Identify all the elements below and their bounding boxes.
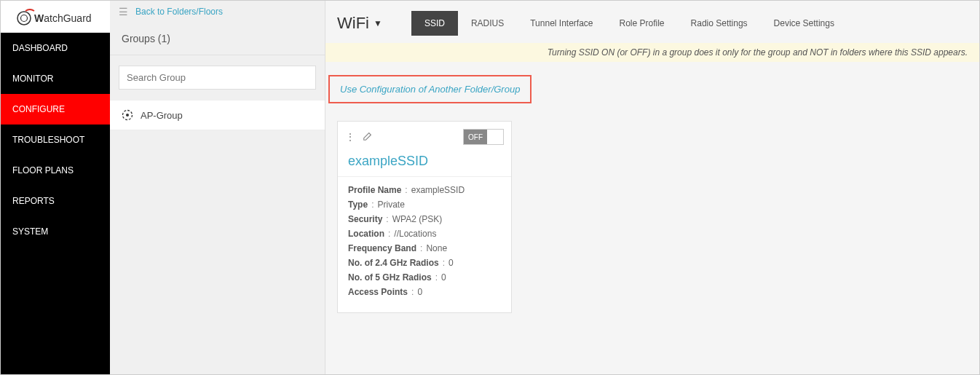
nav-troubleshoot[interactable]: TROUBLESHOOT: [1, 125, 110, 155]
wifi-title-label: WiFi: [337, 14, 369, 33]
tab-ssid[interactable]: SSID: [411, 11, 458, 36]
nav-reports[interactable]: REPORTS: [1, 186, 110, 216]
group-icon: [122, 109, 133, 121]
edit-icon[interactable]: [363, 131, 373, 143]
back-to-folders-link[interactable]: Back to Folders/Floors: [135, 7, 223, 17]
tab-role-profile[interactable]: Role Profile: [606, 11, 678, 36]
svg-point-0: [17, 12, 31, 25]
toggle-off-label: OFF: [464, 130, 487, 144]
nav-monitor[interactable]: MONITOR: [1, 63, 110, 94]
group-item-label: AP-Group: [141, 110, 183, 121]
main-content: WiFi ▼ SSID RADIUS Tunnel Interface Role…: [325, 1, 979, 374]
svg-point-4: [126, 114, 129, 117]
nav-configure[interactable]: CONFIGURE: [1, 94, 110, 125]
nav-floor-plans[interactable]: FLOOR PLANS: [1, 155, 110, 186]
hamburger-icon[interactable]: ☰: [119, 6, 128, 17]
groups-panel: ☰ Back to Folders/Floors Groups (1) AP-G…: [110, 1, 325, 374]
tab-device-settings[interactable]: Device Settings: [761, 11, 847, 36]
ssid-card-body: Profile Name:exampleSSID Type:Private Se…: [338, 176, 511, 312]
prop-frequency-band: Frequency Band:None: [348, 241, 501, 256]
prop-profile-name: Profile Name:exampleSSID: [348, 183, 501, 197]
nav-system[interactable]: SYSTEM: [1, 216, 110, 247]
prop-type: Type:Private: [348, 197, 501, 212]
caret-down-icon: ▼: [374, 18, 382, 28]
group-item-ap-group[interactable]: AP-Group: [110, 100, 325, 130]
watchguard-logo: WatchGuard: [15, 7, 95, 27]
search-group-input[interactable]: [119, 66, 316, 90]
groups-header: Groups (1): [110, 23, 325, 55]
tab-radius[interactable]: RADIUS: [458, 11, 517, 36]
prop-access-points: Access Points:0: [348, 285, 501, 299]
toggle-handle: [487, 130, 503, 144]
ssid-toggle[interactable]: OFF: [463, 129, 504, 145]
main-nav-sidebar: WatchGuard DASHBOARD MONITOR CONFIGURE T…: [1, 1, 110, 374]
back-row: ☰ Back to Folders/Floors: [110, 1, 325, 23]
wifi-header-row: WiFi ▼ SSID RADIUS Tunnel Interface Role…: [325, 1, 979, 43]
tab-tunnel[interactable]: Tunnel Interface: [517, 11, 606, 36]
nav-dashboard[interactable]: DASHBOARD: [1, 33, 110, 63]
ssid-name-link[interactable]: exampleSSID: [338, 151, 511, 176]
ssid-group-notice: Turning SSID ON (or OFF) in a group does…: [325, 43, 979, 62]
wifi-tabs: SSID RADIUS Tunnel Interface Role Profil…: [411, 11, 847, 36]
logo: WatchGuard: [1, 1, 110, 33]
tab-radio-settings[interactable]: Radio Settings: [678, 11, 761, 36]
prop-security: Security:WPA2 (PSK): [348, 212, 501, 226]
more-options-icon[interactable]: ⋮: [345, 131, 355, 143]
prop-location: Location://Locations: [348, 226, 501, 241]
prop-5-radios: No. of 5 GHz Radios:0: [348, 270, 501, 285]
wifi-title-dropdown[interactable]: WiFi ▼: [337, 14, 382, 33]
svg-text:WatchGuard: WatchGuard: [34, 12, 92, 24]
use-config-another-folder-link[interactable]: Use Configuration of Another Folder/Grou…: [328, 75, 532, 103]
ssid-card: ⋮ OFF exampleSSID Profile Name:exampleSS…: [337, 121, 512, 313]
svg-point-1: [21, 15, 28, 21]
prop-24-radios: No. of 2.4 GHz Radios:0: [348, 256, 501, 270]
